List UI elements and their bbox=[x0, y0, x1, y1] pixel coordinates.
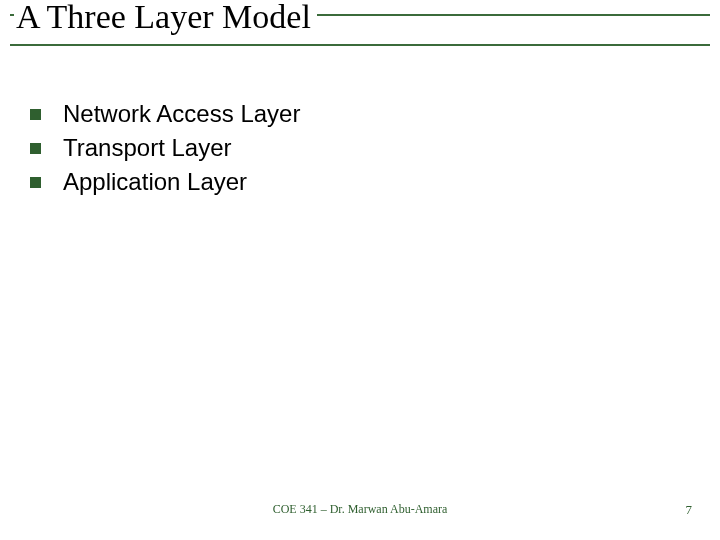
list-item: Transport Layer bbox=[30, 134, 690, 162]
slide-title: A Three Layer Model bbox=[14, 0, 317, 40]
slide-body: Network Access Layer Transport Layer App… bbox=[30, 100, 690, 202]
square-bullet-icon bbox=[30, 143, 41, 154]
title-area: A Three Layer Model bbox=[10, 8, 710, 56]
page-number: 7 bbox=[686, 502, 693, 518]
slide-footer: COE 341 – Dr. Marwan Abu-Amara 7 bbox=[0, 502, 720, 522]
square-bullet-icon bbox=[30, 177, 41, 188]
footer-center-text: COE 341 – Dr. Marwan Abu-Amara bbox=[0, 502, 720, 517]
title-rule-bottom bbox=[10, 44, 710, 46]
bullet-label: Network Access Layer bbox=[63, 100, 300, 128]
slide: A Three Layer Model Network Access Layer… bbox=[0, 0, 720, 540]
bullet-label: Transport Layer bbox=[63, 134, 232, 162]
list-item: Application Layer bbox=[30, 168, 690, 196]
bullet-label: Application Layer bbox=[63, 168, 247, 196]
square-bullet-icon bbox=[30, 109, 41, 120]
bullet-list: Network Access Layer Transport Layer App… bbox=[30, 100, 690, 196]
list-item: Network Access Layer bbox=[30, 100, 690, 128]
